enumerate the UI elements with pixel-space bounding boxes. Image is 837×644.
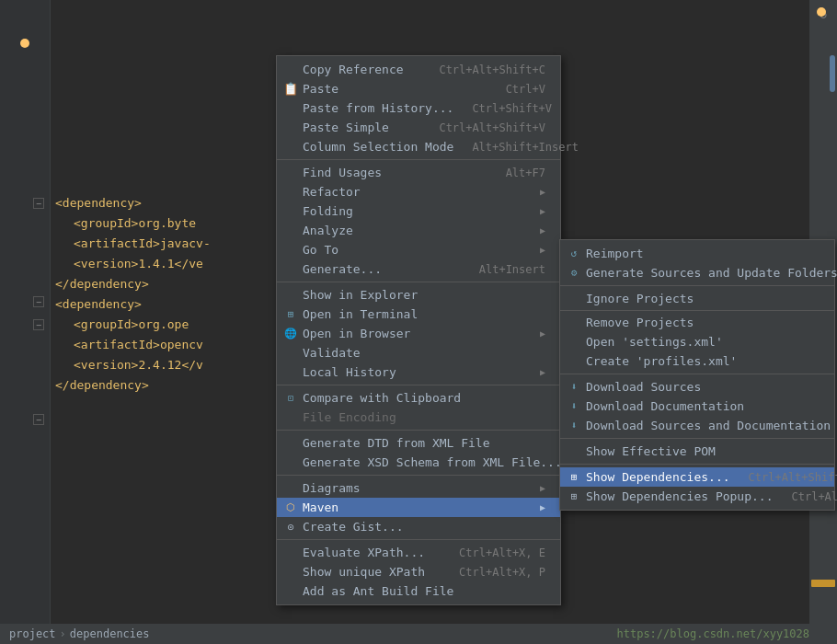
code-block: <dependency> <groupId>org.byte <artifact… [55, 193, 211, 396]
menu-local-history-label: Local History [303, 365, 396, 379]
show-deps-icon: ⊞ [566, 471, 582, 483]
download-docs-icon: ⬇ [566, 400, 582, 412]
menu-analyze[interactable]: Analyze ▶ [277, 221, 560, 240]
submenu-generate-sources-label: Generate Sources and Update Folders [586, 266, 837, 280]
menu-add-ant-build[interactable]: Add as Ant Build File [277, 581, 560, 601]
menu-open-browser[interactable]: 🌐 Open in Browser ▶ [277, 324, 560, 343]
sep-1 [277, 159, 560, 160]
menu-go-to[interactable]: Go To ▶ [277, 240, 560, 259]
code-line-3: <artifactId>javacv- [55, 234, 211, 254]
menu-create-gist[interactable]: ⊙ Create Gist... [277, 517, 560, 536]
submenu-sep-1 [560, 285, 834, 286]
menu-paste-simple[interactable]: Paste Simple Ctrl+Alt+Shift+V [277, 118, 560, 137]
editor-content: <dependency> <groupId>org.byte <artifact… [55, 28, 211, 396]
maven-arrow-icon: ▶ [540, 502, 545, 512]
gutter-dot [20, 39, 29, 48]
menu-evaluate-xpath[interactable]: Evaluate XPath... Ctrl+Alt+X, E [277, 543, 560, 562]
menu-open-terminal-label: Open in Terminal [303, 307, 418, 321]
code-line-5: </dependency> [55, 274, 211, 294]
menu-diagrams[interactable]: Diagrams ▶ [277, 478, 560, 498]
submenu-ignore-projects-label: Ignore Projects [586, 292, 694, 305]
gutter: − − − − [0, 0, 51, 644]
menu-local-history[interactable]: Local History ▶ [277, 362, 560, 382]
submenu-download-sources-docs[interactable]: ⬇ Download Sources and Documentation [560, 416, 834, 435]
maven-icon: ⬡ [282, 501, 299, 513]
menu-generate-dtd-label: Generate DTD from XML File [303, 436, 490, 450]
menu-validate[interactable]: Validate [277, 343, 560, 362]
submenu-show-effective-pom[interactable]: Show Effective POM [560, 442, 834, 461]
menu-generate-xsd[interactable]: Generate XSD Schema from XML File... [277, 453, 560, 472]
submenu-open-settings-xml[interactable]: Open 'settings.xml' [560, 332, 834, 351]
status-url-text: https://blog.csdn.net/xyy1028 [616, 627, 809, 640]
menu-paste-simple-label: Paste Simple [303, 121, 389, 134]
submenu-generate-sources[interactable]: ⚙ Generate Sources and Update Folders [560, 263, 834, 282]
menu-show-unique-xpath[interactable]: Show unique XPath Ctrl+Alt+X, P [277, 562, 560, 581]
menu-generate-label: Generate... [303, 262, 382, 276]
submenu-show-dependencies-popup-label: Show Dependencies Popup... [586, 489, 774, 503]
menu-open-terminal[interactable]: ⊞ Open in Terminal [277, 305, 560, 324]
code-line-8: <artifactId>opencv [55, 335, 211, 355]
breadcrumb-project[interactable]: project [9, 627, 56, 640]
code-line-10: </dependency> [55, 375, 211, 396]
submenu-download-docs[interactable]: ⬇ Download Documentation [560, 397, 834, 416]
menu-generate-xsd-label: Generate XSD Schema from XML File... [303, 455, 562, 469]
submenu-create-profiles-xml[interactable]: Create 'profiles.xml' [560, 351, 834, 371]
menu-go-to-label: Go To [303, 243, 338, 257]
browser-arrow-icon: ▶ [540, 328, 545, 339]
generate-sources-icon: ⚙ [566, 267, 582, 279]
submenu-reimport[interactable]: ↺ Reimport [560, 244, 834, 263]
submenu-show-dependencies-popup[interactable]: ⊞ Show Dependencies Popup... Ctrl+Alt+U [560, 487, 834, 506]
menu-refactor[interactable]: Refactor ▶ [277, 182, 560, 201]
breadcrumb-section[interactable]: dependencies [70, 627, 150, 640]
fold-marker-4[interactable]: − [33, 414, 44, 425]
submenu-open-settings-xml-label: Open 'settings.xml' [586, 335, 723, 349]
scrollbar-indicator[interactable] [830, 55, 835, 92]
menu-paste-history[interactable]: Paste from History... Ctrl+Shift+V [277, 98, 560, 118]
code-line-2: <groupId>org.byte [55, 213, 211, 234]
menu-column-selection[interactable]: Column Selection Mode Alt+Shift+Insert [277, 137, 560, 156]
menu-copy-reference[interactable]: Copy Reference Ctrl+Alt+Shift+C [277, 60, 560, 79]
scroll-indicator [811, 580, 835, 587]
menu-generate-dtd[interactable]: Generate DTD from XML File [277, 433, 560, 453]
menu-validate-label: Validate [303, 346, 361, 360]
sep-5 [277, 475, 560, 476]
menu-refactor-label: Refactor [303, 185, 361, 199]
menu-compare-clipboard[interactable]: ⊡ Compare with Clipboard [277, 388, 560, 408]
submenu-show-dependencies[interactable]: ⊞ Show Dependencies... Ctrl+Alt+Shift+U [560, 467, 834, 487]
refactor-arrow-icon: ▶ [540, 187, 545, 197]
show-deps-popup-icon: ⊞ [566, 490, 582, 502]
submenu-create-profiles-xml-label: Create 'profiles.xml' [586, 354, 737, 368]
sidebar-dot [817, 7, 826, 17]
submenu-download-sources[interactable]: ⬇ Download Sources [560, 377, 834, 397]
menu-paste-shortcut: Ctrl+V [506, 83, 545, 96]
menu-file-encoding: File Encoding [277, 408, 560, 427]
submenu-show-effective-pom-label: Show Effective POM [586, 444, 716, 458]
menu-copy-reference-shortcut: Ctrl+Alt+Shift+C [439, 63, 545, 76]
breadcrumb-bar: project › dependencies https://blog.csdn… [0, 624, 837, 644]
menu-create-gist-label: Create Gist... [303, 520, 404, 534]
context-menu: Copy Reference Ctrl+Alt+Shift+C 📋 Paste … [276, 55, 561, 605]
menu-generate-shortcut: Alt+Insert [479, 263, 545, 276]
menu-show-unique-xpath-shortcut: Ctrl+Alt+X, P [459, 566, 545, 579]
menu-maven[interactable]: ⬡ Maven ▶ [277, 498, 560, 517]
menu-find-usages[interactable]: Find Usages Alt+F7 [277, 163, 560, 182]
menu-column-selection-label: Column Selection Mode [303, 140, 453, 154]
menu-show-explorer[interactable]: Show in Explorer [277, 285, 560, 305]
submenu-remove-projects[interactable]: Remove Projects [560, 313, 834, 332]
menu-paste[interactable]: 📋 Paste Ctrl+V [277, 79, 560, 98]
menu-show-explorer-label: Show in Explorer [303, 288, 418, 302]
fold-marker-2[interactable]: − [33, 296, 44, 307]
fold-marker-1[interactable]: − [33, 198, 44, 209]
menu-generate[interactable]: Generate... Alt+Insert [277, 259, 560, 279]
reimport-icon: ↺ [566, 247, 582, 259]
code-line-4: <version>1.4.1</ve [55, 254, 211, 274]
menu-analyze-label: Analyze [303, 224, 353, 237]
fold-marker-3[interactable]: − [33, 319, 44, 330]
code-line-7: <groupId>org.ope [55, 315, 211, 335]
submenu-ignore-projects[interactable]: Ignore Projects [560, 289, 834, 308]
submenu-reimport-label: Reimport [586, 247, 644, 260]
submenu-show-dependencies-shortcut: Ctrl+Alt+Shift+U [730, 471, 837, 484]
menu-evaluate-xpath-shortcut: Ctrl+Alt+X, E [459, 546, 545, 559]
menu-folding[interactable]: Folding ▶ [277, 201, 560, 221]
paste-icon: 📋 [282, 82, 299, 96]
